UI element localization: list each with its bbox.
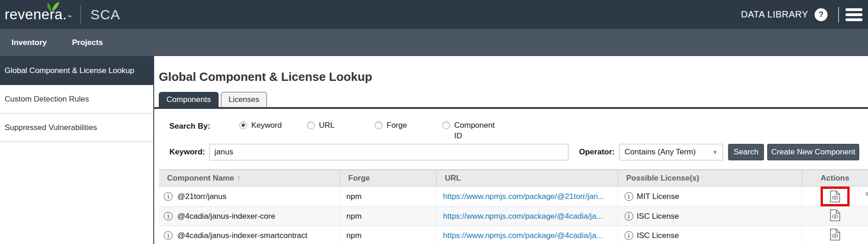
radio-option-keyword[interactable]: Keyword [239,120,307,142]
keyword-input[interactable] [209,144,568,160]
data-library-link[interactable]: DATA LIBRARY [741,9,808,20]
radio-option-component-id[interactable]: Component ID [442,120,510,142]
radio-label: Component ID [454,120,498,142]
red-highlight-box [821,187,850,206]
info-icon[interactable]: i [625,231,633,240]
search-by-label: Search By: [169,120,239,142]
radio-label: Keyword [251,120,282,142]
search-button[interactable]: Search [728,144,764,160]
component-url-link[interactable]: https://www.npmjs.com/package/@4cadia/ja… [443,231,603,240]
license-name: MIT License [637,192,679,201]
topbar-right: DATA LIBRARY ? [741,7,864,23]
sort-ascending-icon: ↑ [237,174,241,182]
tab-bar: Components Licenses [159,92,868,107]
trademark-symbol: ™ [67,15,71,19]
column-header-url[interactable]: URL [436,170,618,187]
create-new-component-button[interactable]: Create New Component [767,144,859,160]
page-title: Global Component & License Lookup [159,70,868,84]
component-name: @4cadia/janus-indexer-core [177,212,275,221]
tab-components[interactable]: Components [159,92,219,107]
radio-label: Forge [387,120,407,142]
sidebar-item-label: Suppressed Vulnerabilities [5,123,97,132]
table-row: i @4cadia/janus-indexer-smartcontract np… [159,226,868,244]
column-header-forge[interactable]: Forge [340,170,436,187]
column-header-component-name[interactable]: Component Name↑ [159,170,340,187]
nav-item-inventory[interactable]: Inventory [12,38,47,47]
component-url-link[interactable]: https://www.npmjs.com/package/@21torr/ja… [443,192,605,201]
view-component-details-icon[interactable] [830,209,840,221]
main-content: Global Component & License Lookup Compon… [153,56,868,244]
butterfly-icon [43,1,62,14]
sidebar-item-suppressed-vulnerabilities[interactable]: Suppressed Vulnerabilities [0,113,153,142]
info-icon[interactable]: i [164,212,173,221]
product-name: SCA [90,7,120,23]
nav-item-projects[interactable]: Projects [72,38,103,47]
info-icon[interactable]: i [625,192,633,201]
operator-dropdown[interactable]: Contains (Any Term) ▼ [619,144,723,160]
search-form: Search By: Keyword URL Forge [159,120,868,160]
radio-label: URL [319,120,335,142]
info-icon[interactable]: i [164,192,173,201]
table-row: i @21torr/janus npm https://www.npmjs.co… [159,187,868,207]
license-name: ISC License [637,231,679,240]
main-nav: Inventory Projects [0,29,868,56]
table-row: i @4cadia/janus-indexer-core npm https:/… [159,207,868,226]
radio-button[interactable] [375,121,382,129]
sidebar-item-global-component-license-lookup[interactable]: Global Component & License Lookup [0,56,153,85]
hamburger-menu-icon[interactable] [845,8,862,21]
radio-button[interactable] [307,121,315,129]
license-name: ISC License [637,212,679,221]
tab-underline [154,107,868,109]
keyword-label: Keyword: [169,148,209,157]
top-bar: revenera. ™ SCA DATA LIBRARY ? [0,0,868,29]
column-header-actions: Actions [802,170,868,187]
sidebar-item-custom-detection-rules[interactable]: Custom Detection Rules [0,85,153,113]
tab-licenses[interactable]: Licenses [221,92,267,107]
forge-cell: npm [340,226,436,244]
radio-option-forge[interactable]: Forge [375,120,442,142]
component-name: @4cadia/janus-indexer-smartcontract [177,231,307,240]
help-icon[interactable]: ? [815,8,827,21]
app-window: revenera. ™ SCA DATA LIBRARY ? Inventory… [0,0,868,244]
column-header-possible-licenses[interactable]: Possible License(s) [618,170,802,187]
sidebar-item-label: Custom Detection Rules [5,95,89,104]
radio-button[interactable] [442,121,450,129]
results-table: Component Name↑ Forge URL Possible Licen… [159,170,868,244]
table-header-row: Component Name↑ Forge URL Possible Licen… [159,170,868,187]
revenera-logo: revenera. ™ [5,6,71,23]
sidebar: Global Component & License Lookup Custom… [0,56,153,244]
clipped-ui-artifact [866,192,868,196]
operator-label: Operator: [579,148,619,157]
logo-divider [81,5,81,24]
radio-option-url[interactable]: URL [307,120,375,142]
view-component-details-icon[interactable] [830,228,840,241]
component-url-link[interactable]: https://www.npmjs.com/package/@4cadia/ja… [443,212,603,221]
component-name: @21torr/janus [177,192,226,201]
chevron-down-icon: ▼ [712,149,718,156]
radio-button[interactable] [239,121,247,129]
sidebar-item-label: Global Component & License Lookup [5,66,134,75]
info-icon[interactable]: i [164,231,173,240]
info-icon[interactable]: i [625,212,633,221]
topbar-divider [838,7,839,23]
view-component-details-icon[interactable] [830,190,840,203]
forge-cell: npm [340,207,436,226]
forge-cell: npm [340,187,436,207]
operator-selected-value: Contains (Any Term) [625,148,696,157]
